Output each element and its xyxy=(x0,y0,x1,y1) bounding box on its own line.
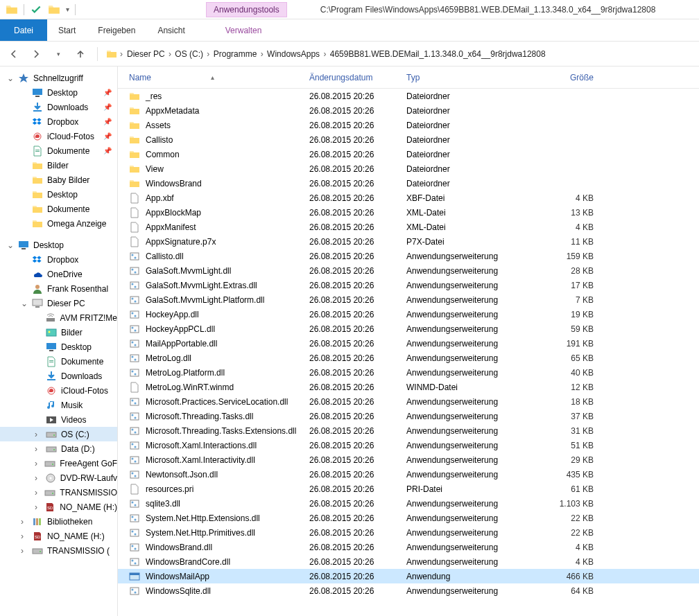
tree-item[interactable]: Musik xyxy=(0,398,117,412)
back-button[interactable] xyxy=(6,46,22,62)
file-row[interactable]: AppxManifest26.08.2015 20:26XML-Datei4 K… xyxy=(118,220,699,234)
file-row[interactable]: AppxMetadata26.08.2015 20:26Dateiordner xyxy=(118,103,699,118)
tree-item[interactable]: Dropbox xyxy=(0,252,117,267)
tree-item[interactable]: ›NO_NAME (H:) xyxy=(0,500,117,514)
up-button[interactable] xyxy=(72,46,89,62)
tree-item[interactable]: ›DVD-RW-Laufv xyxy=(0,470,117,485)
file-row[interactable]: HockeyApp.dll26.08.2015 20:26Anwendungse… xyxy=(118,307,699,322)
expand-icon[interactable]: ⌄ xyxy=(21,299,28,308)
tree-item[interactable]: ›TRANSMISSIO ( xyxy=(0,543,117,558)
tree-item[interactable]: Dropbox📌 xyxy=(0,114,117,129)
file-row[interactable]: MetroLog.WinRT.winmd26.08.2015 20:26WINM… xyxy=(118,380,699,394)
tab-view[interactable]: Ansicht xyxy=(146,19,196,41)
file-row[interactable]: AppxSignature.p7x26.08.2015 20:26P7X-Dat… xyxy=(118,234,699,249)
folder-icon[interactable] xyxy=(6,3,18,16)
tree-item[interactable]: Bilder xyxy=(0,158,117,173)
file-row[interactable]: MetroLog.Platform.dll26.08.2015 20:26Anw… xyxy=(118,365,699,380)
tab-share[interactable]: Freigeben xyxy=(87,19,146,41)
tab-file[interactable]: Datei xyxy=(0,19,47,41)
file-row[interactable]: System.Net.Http.Extensions.dll26.08.2015… xyxy=(118,511,699,525)
file-row[interactable]: Callisto.dll26.08.2015 20:26Anwendungser… xyxy=(118,249,699,263)
tab-start[interactable]: Start xyxy=(47,19,87,41)
tree-item[interactable]: Desktop xyxy=(0,187,117,202)
file-row[interactable]: HockeyAppPCL.dll26.08.2015 20:26Anwendun… xyxy=(118,322,699,336)
tree-item[interactable]: Dokumente xyxy=(0,202,117,216)
forward-button[interactable] xyxy=(28,46,44,62)
properties-icon[interactable] xyxy=(30,3,42,16)
breadcrumb-item[interactable]: Programme xyxy=(212,49,259,59)
tree-item[interactable]: Videos xyxy=(0,412,117,427)
expand-icon[interactable]: › xyxy=(35,444,42,454)
tree-item[interactable]: ›TRANSMISSIO xyxy=(0,485,117,500)
file-row[interactable]: View26.08.2015 20:26Dateiordner xyxy=(118,161,699,176)
file-list[interactable]: Name▴ Änderungsdatum Typ Größe _res26.08… xyxy=(118,67,699,616)
tree-item[interactable]: ⌄Desktop xyxy=(0,238,117,252)
expand-icon[interactable]: › xyxy=(35,459,40,468)
expand-icon[interactable]: › xyxy=(21,531,28,541)
expand-icon[interactable]: › xyxy=(35,502,40,512)
breadcrumb-item[interactable]: OS (C:) xyxy=(173,49,205,59)
tree-item[interactable]: Desktop xyxy=(0,340,117,354)
file-row[interactable]: Common26.08.2015 20:26Dateiordner xyxy=(118,147,699,161)
tab-manage[interactable]: Verwalten xyxy=(214,19,273,41)
file-row[interactable]: GalaSoft.MvvmLight.dll26.08.2015 20:26An… xyxy=(118,263,699,278)
tree-item[interactable]: Dokumente📌 xyxy=(0,143,117,158)
tree-item[interactable]: Frank Rosenthal xyxy=(0,281,117,296)
file-row[interactable]: sqlite3.dll26.08.2015 20:26Anwendungserw… xyxy=(118,496,699,511)
file-row[interactable]: GalaSoft.MvvmLight.Extras.dll26.08.2015 … xyxy=(118,278,699,292)
breadcrumb[interactable]: › Dieser PC › OS (C:) › Programme › Wind… xyxy=(106,49,693,60)
file-row[interactable]: Newtonsoft.Json.dll26.08.2015 20:26Anwen… xyxy=(118,467,699,482)
file-row[interactable]: Microsoft.Threading.Tasks.dll26.08.2015 … xyxy=(118,409,699,423)
file-row[interactable]: Microsoft.Threading.Tasks.Extensions.dll… xyxy=(118,423,699,438)
tree-item[interactable]: OneDrive xyxy=(0,267,117,281)
file-row[interactable]: AppxBlockMap26.08.2015 20:26XML-Datei13 … xyxy=(118,205,699,220)
qat-dropdown-icon[interactable]: ▾ xyxy=(66,6,69,13)
new-folder-icon[interactable] xyxy=(48,3,60,16)
breadcrumb-item[interactable]: Dieser PC xyxy=(126,49,166,59)
column-headers[interactable]: Name▴ Änderungsdatum Typ Größe xyxy=(118,67,699,89)
file-row[interactable]: WindowsMailApp26.08.2015 20:26Anwendung4… xyxy=(118,569,699,583)
file-row[interactable]: Microsoft.Xaml.Interactions.dll26.08.201… xyxy=(118,438,699,452)
file-row[interactable]: System.Net.Http.Primitives.dll26.08.2015… xyxy=(118,525,699,540)
tree-item[interactable]: Downloads📌 xyxy=(0,100,117,114)
contextual-tab[interactable]: Anwendungstools xyxy=(206,2,287,17)
file-row[interactable]: Microsoft.Practices.ServiceLocation.dll2… xyxy=(118,394,699,409)
file-row[interactable]: MetroLog.dll26.08.2015 20:26Anwendungser… xyxy=(118,351,699,365)
expand-icon[interactable]: › xyxy=(21,546,28,556)
breadcrumb-item[interactable]: 4659BB81.WEB.DEMail_1.13.348.0_x64__9r8r… xyxy=(329,49,547,59)
tree-item[interactable]: ›NO_NAME (H:) xyxy=(0,529,117,543)
file-row[interactable]: Callisto26.08.2015 20:26Dateiordner xyxy=(118,132,699,147)
expand-icon[interactable]: ⌄ xyxy=(7,240,14,250)
tree-item[interactable]: Baby Bilder xyxy=(0,173,117,187)
tree-item[interactable]: ›Bibliotheken xyxy=(0,514,117,529)
col-size[interactable]: Größe xyxy=(538,73,601,82)
tree-item[interactable]: Dokumente xyxy=(0,354,117,369)
expand-icon[interactable]: › xyxy=(21,517,28,527)
file-row[interactable]: WindowsBrand.dll26.08.2015 20:26Anwendun… xyxy=(118,540,699,554)
file-row[interactable]: resources.pri26.08.2015 20:26PRI-Datei61… xyxy=(118,482,699,496)
tree-item[interactable]: Downloads xyxy=(0,369,117,383)
breadcrumb-item[interactable]: WindowsApps xyxy=(266,49,321,59)
file-row[interactable]: WindowsSqlite.dll26.08.2015 20:26Anwendu… xyxy=(118,583,699,598)
file-row[interactable]: _res26.08.2015 20:26Dateiordner xyxy=(118,89,699,103)
tree-item[interactable]: AVM FRITZ!Me xyxy=(0,310,117,325)
file-row[interactable]: GalaSoft.MvvmLight.Platform.dll26.08.201… xyxy=(118,292,699,307)
tree-item[interactable]: iCloud-Fotos📌 xyxy=(0,129,117,143)
file-row[interactable]: WindowsBrand26.08.2015 20:26Dateiordner xyxy=(118,176,699,191)
col-type[interactable]: Typ xyxy=(399,73,538,82)
col-name[interactable]: Name▴ xyxy=(122,73,302,82)
col-date[interactable]: Änderungsdatum xyxy=(302,73,399,82)
tree-item[interactable]: ›OS (C:) xyxy=(0,427,117,441)
tree-item[interactable]: ⌄Schnellzugriff xyxy=(0,71,117,85)
file-row[interactable]: MailAppPortable.dll26.08.2015 20:26Anwen… xyxy=(118,336,699,351)
history-dropdown-icon[interactable]: ▾ xyxy=(50,46,67,62)
tree-item[interactable]: Omega Anzeige xyxy=(0,216,117,231)
expand-icon[interactable]: ⌄ xyxy=(7,73,14,83)
file-row[interactable]: Microsoft.Xaml.Interactivity.dll26.08.20… xyxy=(118,452,699,467)
navigation-tree[interactable]: ⌄SchnellzugriffDesktop📌Downloads📌Dropbox… xyxy=(0,67,118,616)
tree-item[interactable]: Desktop📌 xyxy=(0,85,117,100)
tree-item[interactable]: ⌄Dieser PC xyxy=(0,296,117,310)
file-row[interactable]: App.xbf26.08.2015 20:26XBF-Datei4 KB xyxy=(118,191,699,205)
expand-icon[interactable]: › xyxy=(35,473,41,483)
file-row[interactable]: Assets26.08.2015 20:26Dateiordner xyxy=(118,118,699,132)
